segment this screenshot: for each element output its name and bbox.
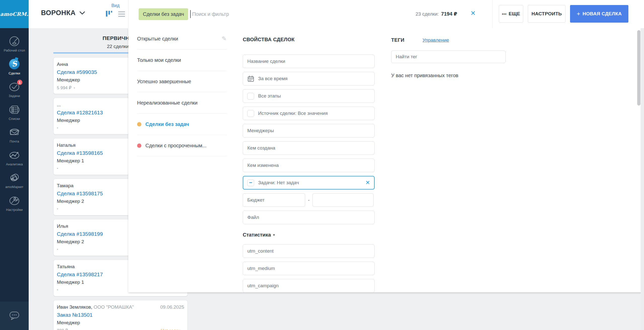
deals-summary: 23 сделки: 7194 ₽ (416, 11, 457, 17)
clear-search-icon[interactable] (470, 10, 476, 17)
deals-count: 23 сделки: (416, 11, 439, 17)
indeterminate-checkbox-icon[interactable] (247, 179, 254, 186)
orange-dot-icon (137, 122, 141, 126)
card-price: 5 994 ₽ (57, 85, 71, 90)
status-dot-icon (57, 288, 58, 292)
mail-icon (9, 126, 20, 138)
list-view-icon[interactable] (118, 11, 125, 17)
utm-medium-input[interactable]: utm_medium (243, 262, 375, 275)
tag-search-input[interactable]: Найти тег (391, 51, 506, 63)
plus-icon (577, 11, 580, 17)
chat-bubble-icon (8, 310, 20, 322)
card-price: 200 ₽ (57, 328, 68, 330)
active-filter-tag[interactable]: Сделки без задач (139, 8, 188, 20)
amocrm-logo[interactable]: amoCRM. (0, 0, 29, 28)
calendar-icon (247, 75, 254, 82)
divider (128, 0, 129, 28)
modified-by-select[interactable]: Кем изменена (243, 159, 375, 172)
saved-filter-overdue[interactable]: Сделки с просроченным... (137, 135, 227, 156)
stages-select[interactable]: Все этапы (243, 89, 375, 103)
card-deal-link[interactable]: Заказ №13501 (57, 312, 184, 318)
deals-icon: S (9, 58, 20, 70)
deal-properties-form: СВОЙСТВА СДЕЛОК Название сделки За все в… (243, 28, 375, 292)
source-select[interactable]: Источник сделки: Все значения (243, 107, 375, 120)
panel-scrollbar-thumb[interactable] (637, 30, 640, 106)
deals-total: 7194 ₽ (441, 11, 457, 17)
pipeline-title[interactable]: ВОРОНКА (41, 9, 85, 17)
card-date: 09.06.2025 (160, 304, 184, 310)
tags-header: ТЕГИ Управление (391, 28, 506, 43)
budget-dash: - (308, 197, 310, 203)
saved-filter-no-tasks[interactable]: Сделки без задач (137, 114, 227, 135)
deal-card-bottom[interactable]: 09.06.2025 Иван Земляков, ООО "РОМАШКА" … (53, 300, 188, 330)
card-company: ООО "РОМАШКА" (94, 304, 134, 310)
filter-dropdown-panel: Открытые сделки Только мои сделки Успешн… (128, 28, 644, 292)
tasks-icon: 1 (9, 81, 20, 92)
budget-range: Бюджет - (243, 193, 375, 207)
budget-from-input[interactable]: Бюджет (243, 193, 305, 207)
card-contact-row: 09.06.2025 Иван Земляков, ООО "РОМАШКА" (57, 304, 184, 310)
card-task-status: Нет задач (161, 328, 184, 330)
window-scrollbar-track[interactable] (641, 28, 644, 330)
analytics-icon (9, 149, 20, 161)
card-manager: Менеджер (57, 320, 184, 325)
caret-down-icon (273, 233, 275, 237)
saved-filter-lost[interactable]: Нереализованные сделки (137, 92, 227, 114)
tags-title: ТЕГИ (391, 37, 404, 43)
search-filter-bar[interactable]: Сделки без задач Поиск и фильтр (139, 0, 362, 28)
sidebar-item-deals[interactable]: S Сделки (0, 55, 29, 78)
card-contact-name: Иван Земляков, (57, 304, 92, 310)
no-task-dot-icon (183, 328, 184, 330)
amomarket-icon (9, 172, 20, 183)
settings-wrench-icon (9, 195, 20, 206)
budget-to-input[interactable] (312, 193, 374, 207)
tags-section: ТЕГИ Управление Найти тег У вас нет прив… (391, 28, 506, 78)
status-dot-icon (57, 247, 58, 251)
kanban-view-icon[interactable] (106, 11, 112, 17)
checkbox-icon[interactable] (247, 110, 254, 117)
saved-filter-won[interactable]: Успешно завершенные (137, 71, 227, 92)
saved-filters-list: Открытые сделки Только мои сделки Успешн… (137, 28, 227, 156)
sidebar-item-analytics[interactable]: Аналитика (0, 146, 29, 169)
saved-filter-open-deals[interactable]: Открытые сделки (137, 28, 227, 50)
view-switcher: Вид (102, 3, 129, 17)
file-input[interactable]: Файл (243, 211, 375, 224)
tags-empty-text: У вас нет привязанных тегов (391, 73, 506, 78)
saved-filter-my-deals[interactable]: Только мои сделки (137, 50, 227, 71)
sidebar-item-market[interactable]: amoМаркет (0, 169, 29, 192)
divider (492, 0, 493, 28)
status-dot-icon (57, 166, 58, 170)
checkbox-icon[interactable] (247, 93, 254, 100)
tags-manage-link[interactable]: Управление (422, 37, 449, 43)
sidebar: amoCRM. Рабочий стол S Сделки 1 Задачи (0, 0, 29, 330)
sidebar-item-tasks[interactable]: 1 Задачи (0, 78, 29, 101)
tasks-badge: 1 (17, 79, 23, 85)
status-dot-icon (70, 328, 71, 330)
more-button[interactable]: ЕЩЕ (499, 5, 523, 23)
utm-campaign-input[interactable]: utm_campaign (243, 279, 375, 292)
card-meta: 200 ₽ Нет задач (57, 328, 184, 330)
support-chat-section[interactable] (0, 302, 29, 330)
utm-content-input[interactable]: utm_content (243, 244, 375, 258)
sidebar-nav: Рабочий стол S Сделки 1 Задачи Списки (0, 28, 29, 214)
status-dot-icon (57, 126, 58, 130)
sidebar-item-mail[interactable]: Почта (0, 123, 29, 146)
sidebar-item-desktop[interactable]: Рабочий стол (0, 32, 29, 55)
status-dot-icon (57, 207, 58, 211)
tasks-filter-active[interactable]: Задачи: Нет задач (243, 176, 375, 190)
configure-button[interactable]: НАСТРОИТЬ (528, 5, 566, 23)
properties-header: СВОЙСТВА СДЕЛОК (243, 28, 375, 51)
sidebar-item-lists[interactable]: Списки (0, 101, 29, 123)
period-select[interactable]: За все время (243, 72, 375, 85)
clear-filter-icon[interactable] (366, 179, 370, 186)
deal-name-input[interactable]: Название сделки (243, 55, 375, 68)
new-deal-button[interactable]: НОВАЯ СДЕЛКА (570, 5, 628, 23)
dashboard-icon (9, 35, 20, 47)
sidebar-item-settings[interactable]: Настройки (0, 192, 29, 214)
ellipsis-icon (502, 12, 507, 16)
managers-select[interactable]: Менеджеры (243, 124, 375, 137)
created-by-select[interactable]: Кем создана (243, 141, 375, 155)
lists-icon (9, 104, 20, 115)
statistics-section-toggle[interactable]: Статистика (243, 229, 375, 241)
edit-pencil-icon[interactable] (222, 35, 227, 42)
